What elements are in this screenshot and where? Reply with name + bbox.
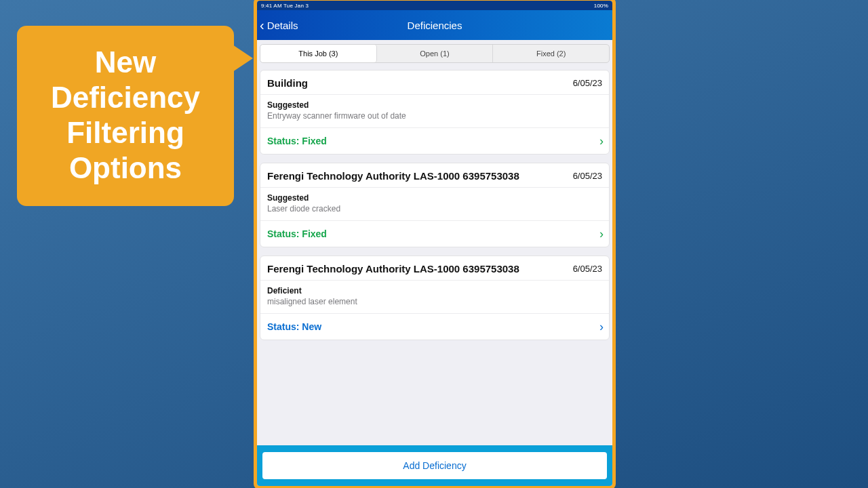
- deficiency-card: Building 6/05/23 Suggested Entryway scan…: [260, 70, 610, 155]
- chevron-right-icon: ›: [599, 135, 604, 147]
- tab-open[interactable]: Open (1): [377, 45, 494, 62]
- card-description: misaligned laser element: [267, 297, 602, 306]
- card-body: Deficient misaligned laser element: [260, 281, 609, 314]
- card-description: Laser diode cracked: [267, 204, 602, 214]
- deficiency-card: Ferengi Technology Authority LAS-1000 63…: [260, 163, 610, 247]
- chevron-right-icon: ›: [599, 228, 604, 240]
- status-bar: 9:41 AM Tue Jan 3 100%: [257, 1, 612, 10]
- feature-callout: New Deficiency Filtering Options: [17, 26, 234, 206]
- page-title: Deficiencies: [408, 20, 462, 31]
- filter-segmented-control: This Job (3) Open (1) Fixed (2): [260, 44, 610, 63]
- card-title: Ferengi Technology Authority LAS-1000 63…: [267, 170, 519, 182]
- status-left: 9:41 AM Tue Jan 3: [261, 3, 309, 9]
- card-header: Ferengi Technology Authority LAS-1000 63…: [260, 163, 609, 188]
- callout-line: New: [31, 45, 220, 80]
- card-header: Ferengi Technology Authority LAS-1000 63…: [260, 256, 609, 281]
- card-title: Ferengi Technology Authority LAS-1000 63…: [267, 263, 519, 274]
- card-body: Suggested Laser diode cracked: [260, 188, 609, 221]
- add-deficiency-button[interactable]: Add Deficiency: [262, 452, 607, 479]
- card-status-label: Status: Fixed: [267, 228, 327, 239]
- back-label: Details: [267, 20, 298, 31]
- card-description: Entryway scanner firmware out of date: [267, 111, 602, 121]
- deficiency-list[interactable]: Building 6/05/23 Suggested Entryway scan…: [257, 66, 612, 445]
- chevron-right-icon: ›: [599, 321, 604, 333]
- nav-header: ‹ Details Deficiencies: [257, 10, 612, 40]
- tab-fixed[interactable]: Fixed (2): [493, 45, 609, 62]
- status-right: 100%: [594, 3, 608, 9]
- back-button[interactable]: ‹ Details: [257, 18, 298, 32]
- card-severity: Deficient: [267, 286, 602, 296]
- card-header: Building 6/05/23: [260, 70, 609, 95]
- card-status-row[interactable]: Status: Fixed ›: [260, 128, 609, 154]
- tab-this-job[interactable]: This Job (3): [260, 45, 377, 62]
- bottom-bar: Add Deficiency: [257, 445, 612, 486]
- card-date: 6/05/23: [573, 78, 602, 88]
- callout-line: Filtering: [31, 115, 220, 150]
- card-status-row[interactable]: Status: New ›: [260, 314, 609, 340]
- device-screen: 9:41 AM Tue Jan 3 100% ‹ Details Deficie…: [257, 1, 612, 486]
- card-status-label: Status: Fixed: [267, 136, 327, 146]
- card-body: Suggested Entryway scanner firmware out …: [260, 95, 609, 128]
- card-date: 6/05/23: [573, 171, 602, 181]
- callout-line: Deficiency: [31, 80, 220, 115]
- card-severity: Suggested: [267, 193, 602, 203]
- card-date: 6/05/23: [573, 264, 602, 274]
- device-frame: 9:41 AM Tue Jan 3 100% ‹ Details Deficie…: [254, 0, 616, 488]
- chevron-left-icon: ‹: [260, 18, 264, 32]
- deficiency-card: Ferengi Technology Authority LAS-1000 63…: [260, 256, 610, 340]
- card-status-label: Status: New: [267, 321, 321, 332]
- card-severity: Suggested: [267, 100, 602, 110]
- card-title: Building: [267, 77, 308, 89]
- callout-line: Options: [31, 150, 220, 186]
- segmented-wrap: This Job (3) Open (1) Fixed (2): [257, 40, 612, 66]
- card-status-row[interactable]: Status: Fixed ›: [260, 221, 609, 247]
